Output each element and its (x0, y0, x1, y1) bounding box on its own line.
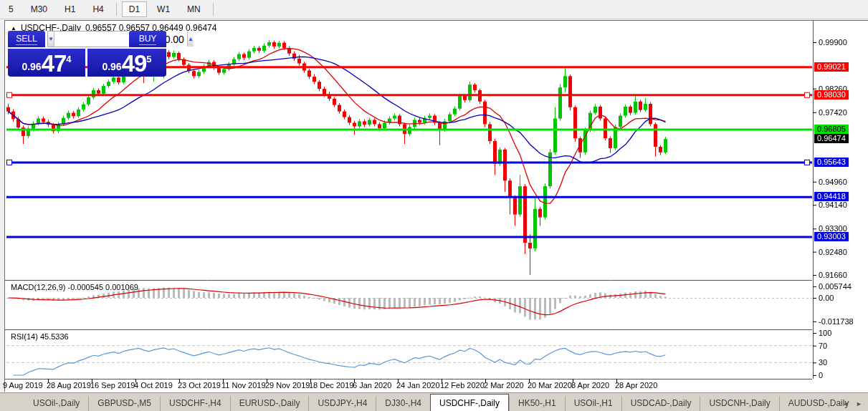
toolbar-separator (213, 3, 214, 16)
chart-tab[interactable]: USOil-,H1 (565, 396, 621, 411)
chart-tab[interactable]: EURUSD-,Daily (230, 396, 309, 411)
buy-price-box[interactable]: 0.96 49 5 (87, 49, 166, 77)
macd-tick-label: -0.011738 (819, 317, 854, 326)
price-line-tag: 0.96474 (814, 134, 849, 143)
date-label: 4 Oct 2019 (134, 381, 173, 390)
buy-price-pip: 5 (146, 54, 151, 64)
price-tick-label: 0.91660 (819, 271, 847, 279)
chart-tab[interactable]: USDCHF-,Daily (430, 394, 509, 411)
chart-tab[interactable]: USDCHF-,H4 (160, 396, 230, 411)
chart-tab[interactable]: DJ30-,H4 (376, 396, 430, 411)
rsi-tick-label: 100 (819, 329, 831, 337)
date-label: 16 Sep 2019 (90, 381, 135, 390)
date-axis: 9 Aug 201928 Aug 201916 Sep 20194 Oct 20… (5, 381, 811, 392)
buy-button[interactable]: BUY (129, 31, 166, 47)
date-label: 28 Aug 2019 (47, 381, 91, 390)
price-tick-label: 0.97420 (819, 108, 847, 117)
date-label: 29 Nov 2019 (265, 381, 310, 390)
toolbar-separator (116, 3, 117, 16)
tab-strip: USOil-,DailyGBPUSD-,M5USDCHF-,H4EURUSD-,… (24, 393, 857, 411)
price-line-tag: 0.96805 (814, 125, 849, 134)
chart-tab[interactable]: USDJPY-,H4 (308, 396, 376, 411)
date-label: 23 Oct 2019 (178, 381, 221, 390)
buy-button-label: BUY (139, 34, 157, 45)
rsi-tick-label: 30 (819, 358, 827, 367)
timeframe-button-m30[interactable]: M30 (24, 1, 54, 17)
chart-tab[interactable]: USOil-,Daily (24, 396, 88, 411)
chart-window: ▲ USDCHF-,Daily 0.96557 0.96557 0.96449 … (4, 20, 868, 392)
timeframe-button-h1[interactable]: H1 (57, 1, 82, 17)
date-label: 9 Aug 2019 (3, 381, 43, 390)
timeframe-button-h4[interactable]: H4 (85, 1, 110, 17)
tab-scroll-left-icon[interactable]: ◄ (842, 400, 849, 407)
trading-terminal: 5M30H1H4D1W1MN ▲ USDCHF-,Daily 0.96557 0… (0, 0, 868, 411)
date-label: 12 Feb 2020 (440, 381, 485, 390)
timeframe-button-d1[interactable]: D1 (122, 1, 147, 17)
rsi-indicator-label: RSI(14) 45.5336 (11, 332, 69, 341)
timeframe-button-5[interactable]: 5 (1, 1, 21, 17)
timeframe-button-w1[interactable]: W1 (150, 1, 177, 17)
price-line-tag: 0.98030 (814, 90, 849, 100)
macd-indicator-label: MACD(12,26,9) -0.000545 0.001069 (11, 283, 138, 291)
one-click-trade-panel: SELL ▼ ▲ BUY 0.96 47 4 0.96 49 5 (8, 31, 166, 77)
chart-tab[interactable]: GBPUSD-,M5 (88, 396, 160, 411)
date-label: 11 Nov 2019 (221, 381, 266, 390)
volume-spinner: ▼ ▲ (47, 31, 128, 47)
date-label: 2 Mar 2020 (484, 381, 524, 390)
volume-input[interactable] (54, 32, 187, 47)
sell-button-label: SELL (16, 34, 37, 45)
price-line-tag: 0.94418 (814, 192, 849, 201)
chart-tab[interactable]: USDCAD-,Daily (621, 396, 700, 411)
volume-decrease-button[interactable]: ▼ (48, 32, 54, 47)
macd-tick-label: 0.005744 (819, 282, 852, 291)
chart-tab[interactable]: HK50-,H1 (509, 396, 565, 411)
timeframe-toolbar: 5M30H1H4D1W1MN (0, 0, 868, 19)
date-label: 18 Dec 2019 (309, 381, 353, 390)
date-label: 20 Mar 2020 (528, 381, 572, 390)
tab-scroll-controls: ◄ ► (842, 400, 862, 407)
rsi-tick-label: 0 (819, 371, 823, 379)
tab-scroll-right-icon[interactable]: ► (856, 400, 862, 407)
chart-tab[interactable]: USDCNH-,Daily (700, 396, 778, 411)
price-line-tag: 0.93003 (814, 232, 849, 241)
rsi-tick-label: 70 (819, 342, 827, 350)
sell-button[interactable]: SELL (8, 31, 45, 47)
price-tick-label: 0.94960 (819, 178, 847, 186)
buy-price-prefix: 0.96 (102, 61, 121, 72)
price-line-tag: 0.99021 (814, 62, 849, 72)
chart-tab-bar: USOil-,DailyGBPUSD-,M5USDCHF-,H4EURUSD-,… (0, 392, 868, 411)
sell-price-pip: 4 (66, 54, 71, 64)
price-tick-label: 0.99900 (819, 38, 847, 47)
volume-increase-button[interactable]: ▲ (187, 32, 194, 47)
timeframe-button-mn[interactable]: MN (180, 1, 208, 17)
sell-price-prefix: 0.96 (22, 61, 41, 72)
price-line-tag: 0.95643 (814, 158, 849, 167)
sell-price-box[interactable]: 0.96 47 4 (8, 49, 85, 77)
date-label: 24 Jan 2020 (396, 381, 440, 390)
date-label: 6 Jan 2020 (353, 381, 391, 390)
date-label: 8 Apr 2020 (571, 381, 609, 390)
macd-tick-label: 0.00 (819, 294, 834, 302)
price-tick-label: 0.94140 (819, 200, 847, 209)
price-tick-label: 0.92480 (819, 248, 847, 256)
sell-price-big: 47 (42, 53, 67, 74)
buy-price-big: 49 (122, 53, 147, 74)
date-label: 28 Apr 2020 (615, 381, 657, 390)
